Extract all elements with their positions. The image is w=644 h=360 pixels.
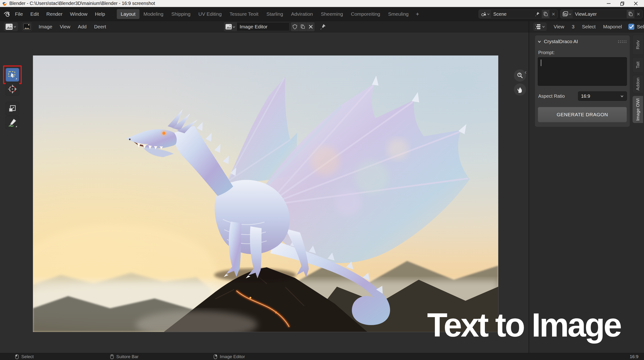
workspace-tab-comporeiting[interactable]: Comporeiting [347,9,384,19]
viewlayer-dropdown[interactable] [560,10,573,18]
image-name-field[interactable]: Image Editor [236,22,290,31]
pin-icon[interactable] [534,11,540,17]
image-browse-dropdown[interactable] [224,22,236,31]
panel-tabstrip: Relv Tait Addon Image OWl [632,32,644,353]
duplicate-image-button[interactable] [299,22,307,31]
editor-type-dropdown[interactable] [4,22,18,31]
menu-file[interactable]: File [11,9,27,19]
chevron-down-icon [568,13,572,16]
workspace-tab-smeuling[interactable]: Smeuling [384,9,413,19]
fake-user-button[interactable] [291,22,299,31]
zoom-button[interactable] [514,69,526,82]
side-tab-addon[interactable]: Addon [632,75,643,93]
outliner-display-dropdown[interactable] [533,23,547,31]
workspace-tab-tessure-teoit[interactable]: Tessure Teoit [226,9,262,19]
n-panel: CrystalDraco AI Prompt: Aspect Ratio 16:… [529,32,644,353]
status-aspect: 16:9 [630,353,638,360]
status-suitore-bar: Suitore Bar [110,353,138,360]
unlink-image-button[interactable] [307,22,315,31]
menu-window[interactable]: Window [66,9,91,19]
image-icon [225,24,232,30]
prompt-label: Prompt: [535,46,630,57]
status-image-editor-label: Image Editor [220,354,245,359]
panel-menu-view[interactable]: View [550,22,568,31]
status-image-editor: Image Editor [214,353,245,360]
menu-deert[interactable]: Deert [90,22,110,31]
scale-icon [7,103,18,114]
menu-help[interactable]: Help [91,9,109,19]
blender-window: Blender - C:\Users\stac\Blender3D\mainiu… [0,0,644,360]
workspace-tab-uv-editing[interactable]: UV Editing [194,9,226,19]
new-viewlayer-button[interactable] [626,10,634,18]
panel-menu-3[interactable]: 3 [568,22,578,31]
side-tab-relv[interactable]: Relv [632,35,643,55]
side-tab-image-owl[interactable]: Image OWl [632,96,643,123]
unlink-scene-button[interactable]: ✕ [550,12,558,17]
blender-logo-icon [2,1,7,6]
close-button[interactable] [629,0,642,7]
workspace-tab-sheeming[interactable]: Sheeming [317,9,347,19]
chevron-down-icon [620,94,624,98]
statusbar: Select Suitore Bar Image Editor 16:9 [0,353,644,360]
menu-image[interactable]: Image [35,22,56,31]
generate-dragon-button[interactable]: GENERATE DRAGON [538,107,627,122]
tweak-select-tool[interactable] [6,68,19,82]
viewlayer-selector[interactable]: ViewLayer ✕ [560,10,642,19]
workspace-tab-layout[interactable]: Layout [117,9,140,19]
viewlayer-icon [562,11,568,17]
panel-menu-partial[interactable]: Sel [637,24,644,30]
menu-view[interactable]: View [56,22,74,31]
image-actions [291,22,315,31]
magnifier-icon [516,71,524,80]
cursor-crosshair-icon [7,84,18,94]
workspace-tab-shipping[interactable]: Shipping [167,9,194,19]
topbar: File Edit Render Window Help Layout Mode… [0,7,644,21]
image-name: Image Editor [240,24,268,30]
cursor-tool[interactable] [6,82,19,96]
chevron-down-icon [487,13,490,16]
aspect-ratio-row: Aspect Ratio 16:9 [538,91,627,101]
chevron-down-icon [537,39,542,44]
add-workspace-button[interactable]: + [412,9,422,19]
annotate-tool[interactable] [6,116,19,129]
prompt-input[interactable] [538,57,627,86]
panel-menu-maponel[interactable]: Maponel [599,22,626,31]
box-select-icon [7,69,18,80]
workspace-tab-starling[interactable]: Starling [262,9,287,19]
side-tab-tait[interactable]: Tait [632,57,643,73]
copy-pages-icon [543,11,548,17]
workspace-tab-modeling[interactable]: Modeling [140,9,167,19]
panel-header[interactable]: CrystalDraco AI [535,35,630,46]
image-datablock-selector: Image Editor [224,22,326,31]
scene-selector[interactable]: Scene ✕ [478,10,558,19]
panel-menu-select[interactable]: Select [578,22,599,31]
chevron-down-icon [13,25,16,28]
generated-image-canvas[interactable] [33,55,498,332]
maximize-button[interactable] [616,0,629,7]
copy-pages-icon [300,24,306,30]
drag-handle-icon[interactable] [618,40,627,43]
scene-icon [481,11,487,17]
list-filter-icon [535,24,542,30]
checkbox-select-icon[interactable] [628,23,635,31]
scale-transform-tool[interactable] [6,102,19,115]
right-panel-header: View 3 Select Maponel Sel [529,21,644,32]
image-editor-type-icon [5,23,13,30]
menu-edit[interactable]: Edit [27,9,42,19]
status-select: Select [15,353,34,360]
menu-render[interactable]: Render [42,9,66,19]
pan-button[interactable] [514,83,526,96]
remove-viewlayer-button[interactable]: ✕ [634,12,642,17]
shield-icon [292,24,298,30]
minimize-button[interactable] [602,0,616,7]
image-thumbnail-button[interactable] [22,23,32,31]
workspace-tab-adviration[interactable]: Adviration [287,9,317,19]
status-select-label: Select [21,354,34,359]
aspect-ratio-select[interactable]: 16:9 [578,91,627,101]
pin-icon[interactable] [320,23,326,30]
blender-app-icon [3,10,11,18]
scene-dropdown[interactable] [479,10,491,18]
menu-add[interactable]: Add [74,22,90,31]
chevron-left-icon[interactable]: ‹ [525,69,526,75]
new-scene-button[interactable] [542,10,550,18]
